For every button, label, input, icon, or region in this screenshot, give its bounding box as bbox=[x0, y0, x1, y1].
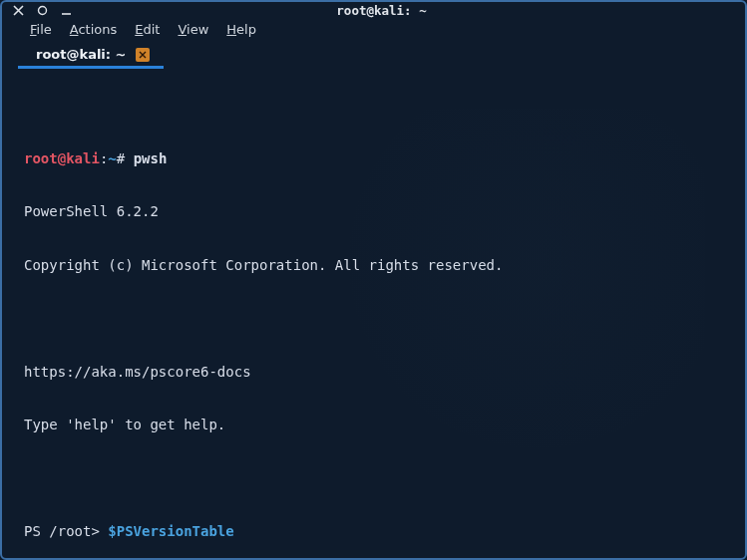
titlebar: root@kali: ~ bbox=[2, 2, 745, 18]
ps-command: $PSVersionTable bbox=[108, 523, 233, 539]
close-icon[interactable] bbox=[10, 2, 26, 18]
shell-command: pwsh bbox=[134, 150, 168, 166]
banner-line: Copyright (c) Microsoft Corporation. All… bbox=[24, 257, 723, 275]
prompt-line-1: root@kali:~# pwsh bbox=[24, 150, 723, 168]
terminal-pane[interactable]: root@kali:~# pwsh PowerShell 6.2.2 Copyr… bbox=[2, 69, 745, 560]
window-title: root@kali: ~ bbox=[82, 3, 681, 18]
menu-edit[interactable]: Edit bbox=[135, 22, 160, 37]
tab-close-icon[interactable] bbox=[136, 48, 150, 62]
menubar: File Actions Edit View Help bbox=[2, 18, 745, 43]
menu-file[interactable]: File bbox=[30, 22, 52, 37]
maximize-icon[interactable] bbox=[34, 2, 50, 18]
menu-view[interactable]: View bbox=[178, 22, 208, 37]
minimize-icon[interactable] bbox=[58, 2, 74, 18]
tabbar: root@kali: ~ bbox=[2, 43, 745, 69]
prompt-user: root bbox=[24, 150, 58, 166]
prompt-path: ~ bbox=[108, 150, 116, 166]
prompt-host: kali bbox=[66, 150, 100, 166]
docs-link: https://aka.ms/pscore6-docs bbox=[24, 364, 723, 382]
help-hint: Type 'help' to get help. bbox=[24, 417, 723, 434]
tab-label: root@kali: ~ bbox=[36, 47, 126, 62]
menu-help[interactable]: Help bbox=[226, 22, 256, 37]
menu-actions[interactable]: Actions bbox=[70, 22, 118, 37]
ps-prompt-line: PS /root> $PSVersionTable bbox=[24, 523, 723, 541]
banner-line: PowerShell 6.2.2 bbox=[24, 203, 723, 221]
terminal-window: root@kali: ~ File Actions Edit View Help… bbox=[0, 0, 747, 560]
svg-point-0 bbox=[38, 6, 46, 14]
tab-terminal[interactable]: root@kali: ~ bbox=[18, 43, 164, 69]
